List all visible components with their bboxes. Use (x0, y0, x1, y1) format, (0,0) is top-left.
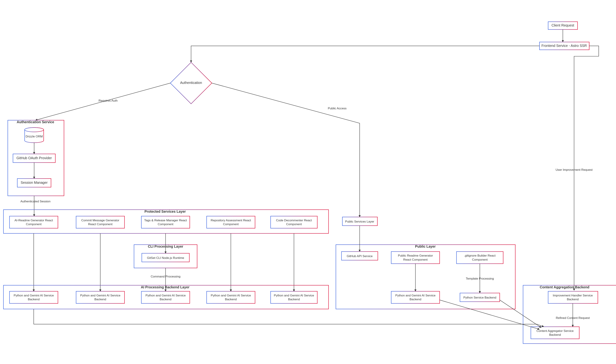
svg-text:Backend: Backend (225, 298, 237, 301)
svg-text:Python and Gemini AI Service: Python and Gemini AI Service (14, 294, 54, 297)
edge (212, 83, 360, 217)
svg-text:Repository Assessment React: Repository Assessment React (211, 219, 251, 222)
label-public-access: Public Access (328, 106, 347, 110)
title-content-agg: Content Aggregation Backend (540, 285, 589, 289)
svg-text:Improvement Handler Service: Improvement Handler Service (553, 294, 593, 297)
svg-text:Python and Gemini AI Service: Python and Gemini AI Service (274, 294, 314, 297)
label-user-improvement: User Improvement Request (556, 168, 593, 171)
svg-text:Component: Component (158, 222, 173, 226)
title-public-layer: Public Layer (415, 245, 436, 248)
svg-text:Component: Component (286, 222, 302, 226)
svg-text:Code Decommenter React: Code Decommenter React (276, 219, 312, 222)
edge (500, 300, 541, 328)
svg-text:Backend: Backend (160, 298, 171, 301)
title-auth-service: Authentication Service (17, 120, 54, 124)
svg-text:Public Readme Generator: Public Readme Generator (398, 254, 433, 258)
svg-text:Commit Message Generator: Commit Message Generator (81, 219, 120, 222)
edge (34, 309, 544, 327)
svg-text:Component: Component (472, 258, 488, 261)
label-frontend-service: Frontend Service - Astro SSR (541, 44, 587, 48)
svg-text:Backend: Backend (549, 333, 561, 337)
svg-point-1 (25, 128, 43, 132)
svg-text:AI-Readme Generator React: AI-Readme Generator React (14, 219, 53, 222)
label-drizzle-orm: Drizzle ORM (26, 135, 43, 138)
svg-text:Content Aggregator Service: Content Aggregator Service (536, 329, 574, 333)
label-requires-auth: Requires Auth (98, 99, 118, 102)
svg-text:Python and Gemini AI Service: Python and Gemini AI Service (80, 294, 121, 297)
svg-text:Python and Gemini AI Service: Python and Gemini AI Service (145, 294, 186, 297)
edge (440, 300, 540, 329)
label-auth-session: Authenticated Session (20, 200, 50, 203)
svg-text:Component: Component (26, 222, 42, 226)
svg-text:React Component: React Component (88, 222, 113, 226)
svg-text:Backend: Backend (410, 298, 421, 301)
label-session-manager: Session Manager (21, 181, 48, 184)
label-authentication: Authentication (180, 81, 202, 85)
label-py-service-backend: Python Service Backend (463, 296, 496, 299)
label-public-services-layer: Public Services Layer (345, 220, 374, 223)
label-template-processing: Template Processing (466, 277, 494, 280)
svg-text:Tags & Release Manager React: Tags & Release Manager React (144, 219, 187, 222)
svg-text:Backend: Backend (28, 298, 40, 301)
architecture-diagram: Client Request Frontend Service - Astro … (0, 0, 616, 364)
label-github-api: GitHub API Service (347, 254, 373, 258)
edge (191, 46, 539, 63)
svg-text:Python and Gemini AI Service: Python and Gemini AI Service (211, 294, 251, 297)
svg-text:Python and Gemini AI Service: Python and Gemini AI Service (395, 294, 435, 297)
label-client-request: Client Request (551, 23, 574, 27)
title-ai-backend: AI Processing Backend Layer (141, 285, 189, 289)
svg-text:Backend: Backend (94, 298, 106, 301)
svg-text:.gitignore Builder React: .gitignore Builder React (464, 254, 495, 258)
label-refined-content: Refined Content Request (556, 316, 590, 320)
label-github-oauth: GitHub OAuth Provider (16, 156, 52, 160)
svg-text:React Component: React Component (403, 258, 428, 261)
svg-text:Backend: Backend (288, 298, 300, 301)
svg-text:Component: Component (223, 222, 239, 226)
svg-text:Backend: Backend (567, 298, 579, 301)
label-gitset-cli: GitSet CLI Node.js Runtime (147, 256, 184, 260)
title-protected-layer: Protected Services Layer (145, 209, 186, 213)
label-command-processing: Command Processing (151, 275, 180, 278)
